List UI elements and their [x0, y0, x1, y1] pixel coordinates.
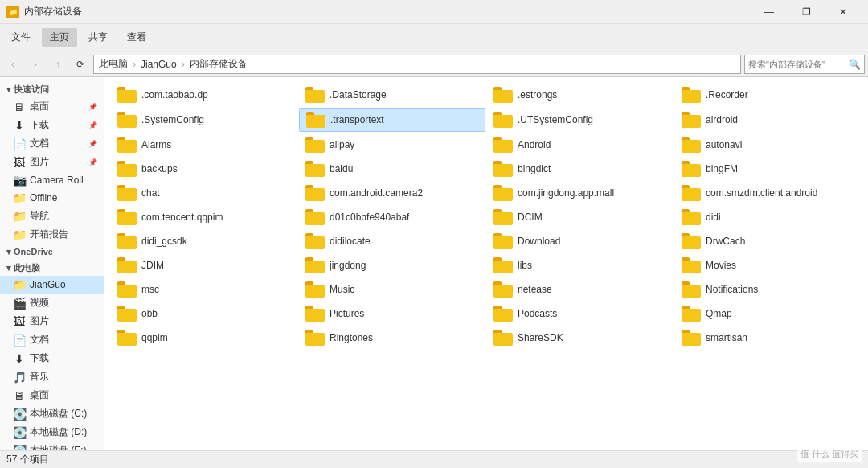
- folder-item[interactable]: Notifications: [675, 278, 862, 301]
- sidebar-item-disk-d[interactable]: 💽 本地磁盘 (D:): [0, 423, 104, 441]
- sidebar-item-desktop2[interactable]: 🖥 桌面: [0, 386, 104, 404]
- folder-item[interactable]: bingdict: [487, 158, 674, 180]
- folder-item[interactable]: com.jingdong.app.mall: [487, 182, 674, 204]
- sidebar-item-desktop[interactable]: 🖥 桌面 📌: [0, 97, 104, 116]
- breadcrumb-storage[interactable]: 内部存储设备: [190, 57, 248, 71]
- folder-item[interactable]: com.smzdm.client.android: [675, 182, 862, 204]
- folder-item[interactable]: bingFM: [675, 158, 862, 180]
- sidebar-section-onedrive[interactable]: ▾ OneDrive: [0, 244, 104, 259]
- sidebar-item-docs2[interactable]: 📄 文档: [0, 330, 104, 349]
- folder-item[interactable]: airdroid: [675, 108, 862, 132]
- folder-item[interactable]: .estrongs: [487, 84, 674, 106]
- sidebar-item-pictures2[interactable]: 🖼 图片: [0, 312, 104, 330]
- sidebar-item-docs[interactable]: 📄 文档 📌: [0, 134, 104, 153]
- folder-name: DrwCach: [706, 236, 745, 247]
- folder-name: didi: [706, 211, 721, 223]
- folder-item[interactable]: didi_gcsdk: [111, 230, 297, 252]
- up-button[interactable]: ↑: [48, 55, 68, 74]
- sidebar-item-nav[interactable]: 📁 导航: [0, 207, 104, 225]
- folder-item[interactable]: Qmap: [675, 302, 862, 325]
- breadcrumb-computer[interactable]: 此电脑: [99, 57, 128, 71]
- pictures2-icon: 🖼: [13, 315, 26, 328]
- sidebar-item-downloads[interactable]: ⬇ 下载 📌: [0, 116, 104, 134]
- folder-item[interactable]: Download: [487, 230, 674, 252]
- view-menu[interactable]: 查看: [119, 28, 154, 47]
- sidebar-item-report[interactable]: 📁 开箱报告: [0, 225, 104, 244]
- folder-item[interactable]: Music: [299, 278, 485, 301]
- sidebar-item-music[interactable]: 🎵 音乐: [0, 367, 104, 386]
- minimize-button[interactable]: —: [751, 0, 788, 24]
- folder-item[interactable]: DCIM: [487, 206, 674, 228]
- address-bar[interactable]: 此电脑 › JianGuo › 内部存储设备: [93, 55, 741, 74]
- folder-item[interactable]: Ringtones: [299, 326, 485, 349]
- folder-item[interactable]: libs: [487, 254, 674, 277]
- sidebar-item-pictures[interactable]: 🖼 图片 📌: [0, 153, 104, 171]
- folder-item[interactable]: .SystemConfig: [111, 108, 297, 132]
- folder-item[interactable]: didilocate: [299, 230, 485, 252]
- folder-name: chat: [141, 187, 160, 199]
- sidebar-item-camera-roll[interactable]: 📷 Camera Roll: [0, 171, 104, 189]
- folder-item[interactable]: netease: [487, 278, 674, 301]
- folder-item[interactable]: com.tencent.qqpim: [111, 206, 297, 228]
- folder-icon: [493, 209, 513, 225]
- search-input[interactable]: [748, 60, 847, 69]
- folder-item[interactable]: autonavi: [675, 133, 862, 156]
- sidebar-label-docs: 文档: [30, 137, 49, 150]
- file-menu[interactable]: 文件: [3, 28, 39, 47]
- folder-name: Alarms: [141, 139, 171, 150]
- folder-name: baidu: [330, 163, 353, 174]
- folder-item[interactable]: d01c0bbfe940abaf: [299, 206, 485, 228]
- maximize-button[interactable]: ❐: [788, 0, 825, 24]
- folder-name: Android: [518, 139, 551, 150]
- sidebar-item-downloads2[interactable]: ⬇ 下载: [0, 349, 104, 367]
- folder-item[interactable]: backups: [111, 158, 297, 180]
- toolbar: 文件 主页 共享 查看: [0, 24, 868, 51]
- back-button[interactable]: ‹: [3, 55, 23, 74]
- folder-name: Ringtones: [330, 332, 373, 343]
- sidebar-item-video[interactable]: 🎬 视频: [0, 294, 104, 312]
- folder-item[interactable]: Podcasts: [487, 302, 674, 325]
- folder-item[interactable]: ShareSDK: [487, 326, 674, 349]
- folder-item[interactable]: DrwCach: [675, 230, 862, 252]
- folder-name: com.jingdong.app.mall: [518, 187, 614, 199]
- folder-name: Qmap: [706, 308, 732, 319]
- sidebar-section-quick-access[interactable]: ▾ 快速访问: [0, 80, 104, 97]
- folder-item[interactable]: Alarms: [111, 133, 297, 156]
- search-box[interactable]: 🔍: [744, 55, 865, 74]
- folder-item[interactable]: jingdong: [299, 254, 485, 277]
- sidebar-section-thispc[interactable]: ▾ 此电脑: [0, 259, 104, 276]
- close-button[interactable]: ✕: [825, 0, 862, 24]
- sidebar-item-offline[interactable]: 📁 Offline: [0, 189, 104, 207]
- home-menu[interactable]: 主页: [42, 28, 77, 47]
- refresh-button[interactable]: ⟳: [71, 55, 90, 74]
- folder-item[interactable]: didi: [675, 206, 862, 228]
- sidebar-item-jianguo[interactable]: 📁 JianGuo: [0, 276, 104, 294]
- folder-item[interactable]: .DataStorage: [299, 84, 485, 106]
- sidebar-item-disk-e[interactable]: 💽 本地磁盘 (E:): [0, 441, 104, 450]
- pin-icon-docs: 📌: [88, 140, 97, 148]
- folder-item[interactable]: qqpim: [111, 326, 297, 349]
- folder-item[interactable]: com.android.camera2: [299, 182, 485, 204]
- folder-icon: [305, 281, 325, 298]
- share-menu[interactable]: 共享: [80, 28, 116, 47]
- sidebar-item-disk-c[interactable]: 💽 本地磁盘 (C:): [0, 404, 104, 423]
- folder-item[interactable]: .com.taobao.dp: [111, 84, 297, 106]
- folder-item[interactable]: obb: [111, 302, 297, 325]
- folder-item[interactable]: msc: [111, 278, 297, 301]
- folder-item[interactable]: .Recorder: [675, 84, 862, 106]
- folder-icon: [493, 185, 513, 201]
- folder-item[interactable]: baidu: [299, 158, 485, 180]
- folder-item[interactable]: alipay: [299, 133, 485, 156]
- breadcrumb-jianguo[interactable]: JianGuo: [141, 59, 177, 70]
- folder-item[interactable]: .UTSystemConfig: [487, 108, 674, 132]
- folder-item[interactable]: .transportext: [299, 108, 485, 132]
- forward-button[interactable]: ›: [26, 55, 45, 74]
- jianguo-folder-icon: 📁: [13, 278, 26, 291]
- folder-item[interactable]: Pictures: [299, 302, 485, 325]
- folder-item[interactable]: JDIM: [111, 254, 297, 277]
- folder-item[interactable]: smartisan: [675, 326, 862, 349]
- folder-item[interactable]: Android: [487, 133, 674, 156]
- folder-item[interactable]: Movies: [675, 254, 862, 277]
- desktop-icon: 🖥: [13, 101, 26, 113]
- folder-item[interactable]: chat: [111, 182, 297, 204]
